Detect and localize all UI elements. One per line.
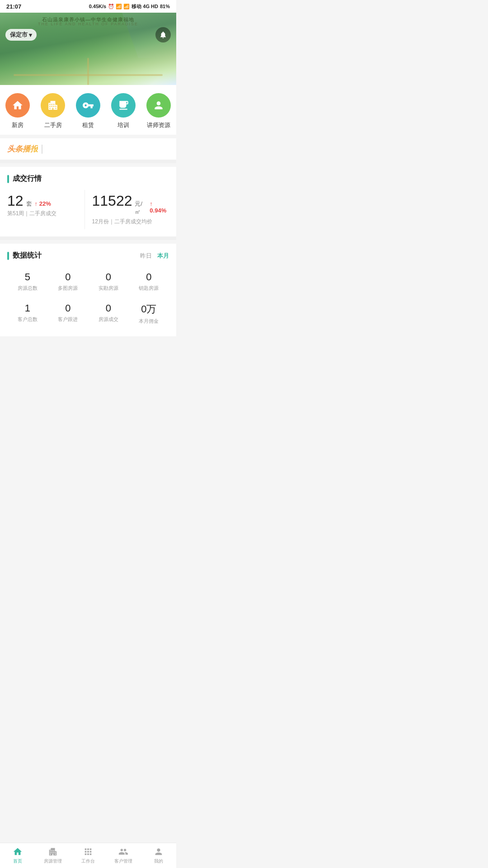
trading-left-unit: 套: [26, 200, 32, 208]
status-bar: 21:07 0.45K/s ⏰ 📶 📶 移动 4G HD 81%: [0, 0, 176, 13]
stat-item-6: 0 房源成交: [88, 298, 129, 329]
stat-item-7: 0万 本月佣金: [129, 298, 169, 329]
road-v: [87, 58, 89, 85]
training-label: 培训: [117, 121, 129, 129]
carrier-info: 移动 4G HD: [131, 3, 158, 10]
stat-item-2: 0 实勘房源: [88, 267, 129, 296]
menu-item-second-hand[interactable]: 二手房: [41, 93, 65, 129]
city-name: 保定市: [10, 31, 28, 39]
trading-right-sub: 12月份｜二手房成交均价: [92, 218, 169, 226]
battery: 81%: [160, 4, 170, 9]
trading-right-change: ↑ 0.94%: [150, 200, 169, 214]
divider-1: [0, 160, 176, 163]
house-svg: [12, 99, 23, 111]
new-house-label: 新房: [12, 121, 23, 129]
headlines-title: 头条播报: [7, 144, 38, 154]
quick-menu: 新房 二手房 租赁 培训: [0, 85, 176, 135]
building-svg: [47, 99, 59, 111]
menu-item-lecturer[interactable]: 讲师资源: [146, 93, 171, 129]
stat-value-1: 0: [65, 271, 70, 283]
person-svg: [153, 99, 164, 111]
network-speed: 0.45K/s: [89, 4, 107, 9]
stat-label-5: 客户跟进: [58, 316, 78, 323]
stats-grid: 5 房源总数 0 多图房源 0 实勘房源 0 钥匙房源 1 客户总数 0 客户跟…: [7, 267, 169, 329]
stats-title-text: 数据统计: [13, 251, 42, 260]
trading-grid: 12 套 ↑ 22% 第51周｜二手房成交 11522 元/㎡ ↑ 0.94% …: [7, 190, 169, 229]
menu-item-new-house[interactable]: 新房: [5, 93, 30, 129]
stat-value-4: 1: [25, 302, 30, 314]
stat-item-4: 1 客户总数: [7, 298, 48, 329]
lecturer-icon: [146, 93, 171, 118]
menu-item-rental[interactable]: 租赁: [76, 93, 100, 129]
headlines-divider: [42, 145, 42, 154]
stat-value-5: 0: [65, 302, 70, 314]
stat-value-0: 5: [25, 271, 30, 283]
stats-title-bar: [7, 252, 9, 260]
headlines-section: 头条播报: [0, 138, 176, 160]
stat-value-2: 0: [106, 271, 111, 283]
tab-yesterday[interactable]: 昨日: [140, 252, 152, 260]
trading-left-main: 12 套 ↑ 22%: [7, 193, 84, 208]
new-house-icon: [5, 93, 30, 118]
trading-left: 12 套 ↑ 22% 第51周｜二手房成交: [7, 190, 84, 229]
trading-left-number: 12: [7, 193, 23, 208]
stat-label-3: 钥匙房源: [139, 285, 159, 292]
trading-title: 成交行情: [7, 174, 42, 184]
trading-right-main: 11522 元/㎡ ↑ 0.94%: [92, 193, 169, 216]
key-svg: [82, 99, 94, 111]
trading-right: 11522 元/㎡ ↑ 0.94% 12月份｜二手房成交均价: [84, 190, 169, 229]
training-icon: [111, 93, 136, 118]
rental-label: 租赁: [82, 121, 94, 129]
stat-label-7: 本月佣金: [139, 318, 159, 325]
stat-label-1: 多图房源: [58, 285, 78, 292]
stats-header: 数据统计 昨日 本月: [7, 251, 169, 260]
divider-2: [0, 236, 176, 240]
hero-banner: 石山温泉康养小镇—中华生命健康福地 THE LIFE AND HEALTH OF…: [0, 13, 176, 85]
bell-icon: [159, 31, 167, 39]
status-right: 0.45K/s ⏰ 📶 📶 移动 4G HD 81%: [89, 3, 170, 10]
tab-month[interactable]: 本月: [157, 252, 169, 260]
stat-item-0: 5 房源总数: [7, 267, 48, 296]
status-icons: ⏰ 📶 📶: [108, 4, 130, 9]
screen-svg: [117, 99, 129, 111]
trading-left-change: ↑ 22%: [35, 200, 51, 207]
city-selector[interactable]: 保定市 ▾: [5, 29, 37, 41]
trading-header: 成交行情: [7, 174, 169, 184]
stat-label-0: 房源总数: [18, 285, 38, 292]
second-hand-icon: [41, 93, 65, 118]
trading-left-sub: 第51周｜二手房成交: [7, 210, 84, 217]
second-hand-label: 二手房: [44, 121, 62, 129]
stat-item-3: 0 钥匙房源: [129, 267, 169, 296]
status-time: 21:07: [6, 3, 21, 10]
trading-right-unit: 元/㎡: [135, 200, 147, 216]
city-dropdown-icon: ▾: [29, 32, 32, 38]
stats-title: 数据统计: [7, 251, 42, 260]
notification-bell[interactable]: [155, 27, 171, 42]
stat-item-1: 0 多图房源: [48, 267, 89, 296]
stat-item-5: 0 客户跟进: [48, 298, 89, 329]
stat-value-3: 0: [146, 271, 151, 283]
lecturer-label: 讲师资源: [147, 121, 170, 129]
hero-subtitle: THE LIFE AND HEALTH OF PARADISE: [0, 22, 176, 26]
title-bar: [7, 175, 9, 183]
menu-item-training[interactable]: 培训: [111, 93, 136, 129]
stat-label-2: 实勘房源: [99, 285, 118, 292]
stat-label-6: 房源成交: [99, 316, 118, 323]
stats-section: 数据统计 昨日 本月 5 房源总数 0 多图房源 0 实勘房源 0 钥匙房源: [0, 244, 176, 336]
stats-tabs: 昨日 本月: [140, 252, 169, 260]
trading-section: 成交行情 12 套 ↑ 22% 第51周｜二手房成交 11522 元/㎡ ↑ 0…: [0, 167, 176, 236]
stat-label-4: 客户总数: [18, 316, 38, 323]
rental-icon: [76, 93, 100, 118]
trading-right-number: 11522: [92, 193, 132, 208]
stat-value-7: 0万: [141, 302, 156, 316]
trading-title-text: 成交行情: [13, 174, 42, 184]
stat-value-6: 0: [106, 302, 111, 314]
